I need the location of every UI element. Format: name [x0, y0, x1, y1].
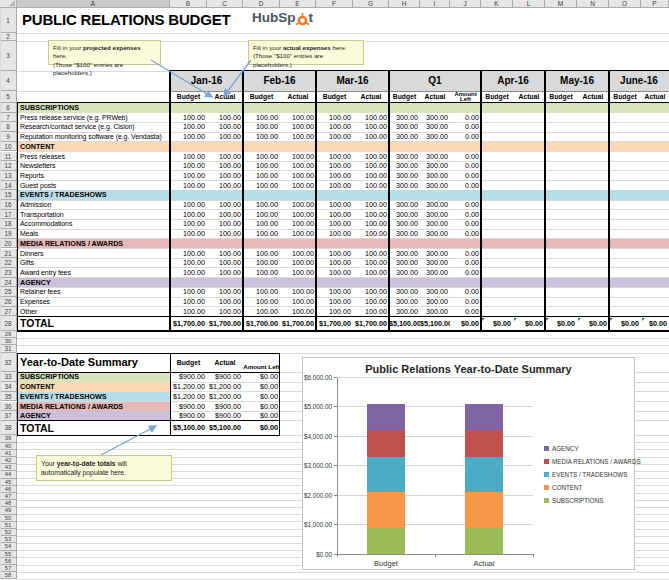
cell-C23[interactable]: 100.00	[207, 268, 243, 278]
cell-J7[interactable]: 0.00	[450, 113, 481, 123]
cell-J12[interactable]: 0.00	[450, 161, 481, 171]
cell-I17[interactable]: 300.00	[420, 210, 450, 220]
row-label-14[interactable]: Guest posts	[20, 181, 169, 191]
row-label-7[interactable]: Press release service (e.g. PRWeb)	[20, 113, 169, 123]
cell-E19[interactable]: 100.00	[280, 229, 316, 239]
col-header-P[interactable]: P	[641, 0, 669, 8]
month-header-Feb-16[interactable]: Feb-16	[243, 71, 316, 91]
cell-F7[interactable]: 100.00	[316, 113, 353, 123]
row-header-56[interactable]: 56	[0, 558, 17, 565]
cell-F11[interactable]: 100.00	[316, 152, 353, 162]
cell-I13[interactable]: 300.00	[420, 171, 450, 181]
cell-B14[interactable]: 100.00	[170, 181, 207, 191]
cell-E17[interactable]: 100.00	[280, 210, 316, 220]
row-header-21[interactable]: 21	[0, 249, 17, 259]
col-header-M[interactable]: M	[545, 0, 577, 8]
cell-B21[interactable]: 100.00	[170, 249, 207, 259]
row-header-33[interactable]: 33	[0, 372, 17, 382]
cell-H13[interactable]: 300.00	[389, 171, 420, 181]
row-header-36[interactable]: 36	[0, 402, 17, 412]
cell-G13[interactable]: 100.00	[353, 171, 389, 181]
cell-G19[interactable]: 100.00	[353, 229, 389, 239]
cell-J18[interactable]: 0.00	[450, 219, 481, 229]
cell-H19[interactable]: 300.00	[389, 229, 420, 239]
cell-D14[interactable]: 100.00	[243, 181, 280, 191]
cell-I22[interactable]: 300.00	[420, 258, 450, 268]
col-header-B[interactable]: B	[170, 0, 207, 8]
cell-I8[interactable]: 300.00	[420, 122, 450, 132]
cell-J8[interactable]: 0.00	[450, 122, 481, 132]
cell-I11[interactable]: 300.00	[420, 152, 450, 162]
cell-D22[interactable]: 100.00	[243, 258, 280, 268]
row-header-31[interactable]: 31	[0, 345, 17, 353]
cell-D12[interactable]: 100.00	[243, 161, 280, 171]
cell-C8[interactable]: 100.00	[207, 122, 243, 132]
cell-D13[interactable]: 100.00	[243, 171, 280, 181]
row-header-14[interactable]: 14	[0, 181, 17, 191]
col-header-N[interactable]: N	[577, 0, 609, 8]
row-header-8[interactable]: 8	[0, 122, 17, 132]
cell-B19[interactable]: 100.00	[170, 229, 207, 239]
cell-D21[interactable]: 100.00	[243, 249, 280, 259]
cell-B7[interactable]: 100.00	[170, 113, 207, 123]
cell-H7[interactable]: 300.00	[389, 113, 420, 123]
cell-F19[interactable]: 100.00	[316, 229, 353, 239]
cell-C7[interactable]: 100.00	[207, 113, 243, 123]
cell-J11[interactable]: 0.00	[450, 152, 481, 162]
row-header-42[interactable]: 42	[0, 457, 17, 464]
cell-C14[interactable]: 100.00	[207, 181, 243, 191]
ytd-cell-D34[interactable]: $0.00	[243, 382, 280, 392]
cell-F17[interactable]: 100.00	[316, 210, 353, 220]
cell-H18[interactable]: 300.00	[389, 219, 420, 229]
cell-G17[interactable]: 100.00	[353, 210, 389, 220]
row-header-46[interactable]: 46	[0, 486, 17, 493]
cell-I14[interactable]: 300.00	[420, 181, 450, 191]
ytd-total-C[interactable]: $5,100.00	[207, 421, 243, 436]
cell-C16[interactable]: 100.00	[207, 200, 243, 210]
ytd-total-label[interactable]: TOTAL	[20, 421, 169, 436]
ytd-summary-chart[interactable]: Public Relations Year-to-Date Summary $0…	[302, 357, 635, 570]
cell-D23[interactable]: 100.00	[243, 268, 280, 278]
row-label-9[interactable]: Reputation monitoring software (e.g. Ven…	[20, 132, 169, 142]
ytd-cell-B36[interactable]: $900.00	[170, 402, 207, 412]
cell-I23[interactable]: 300.00	[420, 268, 450, 278]
row-header-41[interactable]: 41	[0, 450, 17, 457]
cell-B12[interactable]: 100.00	[170, 161, 207, 171]
row-header-27[interactable]: 27	[0, 307, 17, 317]
month-header-Jan-16[interactable]: Jan-16	[170, 71, 243, 91]
cell-G21[interactable]: 100.00	[353, 249, 389, 259]
cell-D16[interactable]: 100.00	[243, 200, 280, 210]
row-header-39[interactable]: 39	[0, 435, 17, 442]
col-header-A[interactable]: A	[17, 0, 170, 8]
cell-J13[interactable]: 0.00	[450, 171, 481, 181]
month-header-Apr-16[interactable]: Apr-16	[481, 71, 545, 91]
cell-C25[interactable]: 100.00	[207, 287, 243, 297]
cell-G16[interactable]: 100.00	[353, 200, 389, 210]
cell-C26[interactable]: 100.00	[207, 297, 243, 307]
month-header-May-16[interactable]: May-16	[545, 71, 609, 91]
cell-D7[interactable]: 100.00	[243, 113, 280, 123]
row-header-38[interactable]: 38	[0, 421, 17, 436]
row-label-22[interactable]: Gifts	[20, 258, 169, 268]
row-header-26[interactable]: 26	[0, 297, 17, 307]
row-header-34[interactable]: 34	[0, 382, 17, 392]
cell-I18[interactable]: 300.00	[420, 219, 450, 229]
cell-J25[interactable]: 0.00	[450, 287, 481, 297]
ytd-row-label[interactable]: EVENTS / TRADESHOWS	[17, 392, 170, 402]
cell-E23[interactable]: 100.00	[280, 268, 316, 278]
cell-E25[interactable]: 100.00	[280, 287, 316, 297]
row-header-24[interactable]: 24	[0, 278, 17, 288]
row-header-53[interactable]: 53	[0, 536, 17, 543]
row-header-16[interactable]: 16	[0, 200, 17, 210]
cell-F8[interactable]: 100.00	[316, 122, 353, 132]
row-header-7[interactable]: 7	[0, 113, 17, 123]
row-header-19[interactable]: 19	[0, 229, 17, 239]
cell-F12[interactable]: 100.00	[316, 161, 353, 171]
cell-H25[interactable]: 300.00	[389, 287, 420, 297]
ytd-cell-B35[interactable]: $1,200.00	[170, 392, 207, 402]
row-header-43[interactable]: 43	[0, 464, 17, 471]
ytd-row-label[interactable]: MEDIA RELATIONS / AWARDS	[17, 402, 170, 412]
cell-B13[interactable]: 100.00	[170, 171, 207, 181]
month-header-June-16[interactable]: June-16	[609, 71, 669, 91]
cell-H9[interactable]: 300.00	[389, 132, 420, 142]
